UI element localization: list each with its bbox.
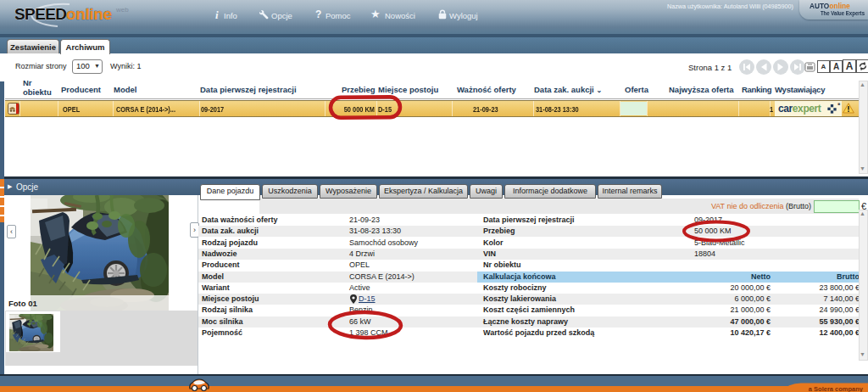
svg-text:web: web (115, 6, 129, 14)
svg-text:online: online (66, 5, 112, 23)
svg-text:SPEED: SPEED (14, 5, 66, 23)
